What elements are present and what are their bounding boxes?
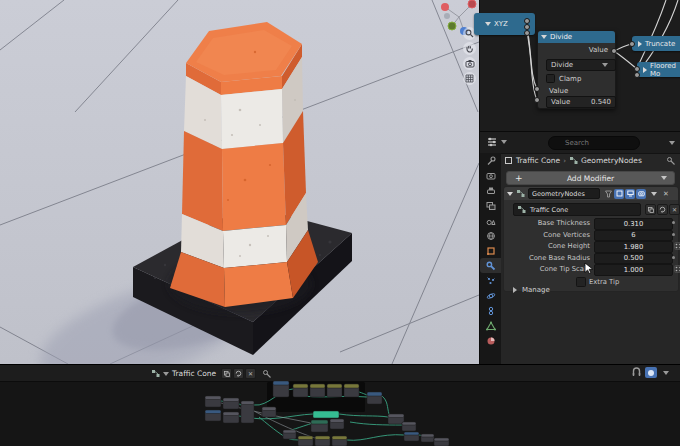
traffic-cone-render [0, 0, 479, 364]
tab-object-data[interactable] [480, 318, 501, 333]
clamp-checkbox[interactable] [546, 74, 555, 83]
move-view-button[interactable] [463, 42, 476, 55]
breadcrumb-modifier[interactable]: GeometryNodes [581, 156, 642, 165]
editor-type-selector[interactable] [486, 136, 510, 148]
modifier-header[interactable]: GeometryNodes ✕ [504, 187, 678, 200]
tab-view-layer[interactable] [480, 198, 501, 213]
graph-node [205, 396, 221, 407]
close-icon[interactable]: ✕ [663, 190, 669, 198]
graph-node [310, 384, 325, 397]
search-input[interactable] [548, 136, 640, 150]
snapping-icon[interactable] [631, 367, 642, 378]
divide-value-field[interactable]: Value 0.540 [546, 96, 616, 108]
graph-node [421, 434, 434, 442]
tab-scene[interactable] [480, 213, 501, 228]
tab-particles[interactable] [480, 273, 501, 288]
collapse-chevron-icon[interactable] [507, 192, 513, 196]
camera-view-button[interactable] [463, 57, 476, 70]
edit-mode-toggle[interactable] [614, 189, 624, 199]
graph-node [388, 414, 404, 424]
magnifier-icon [465, 29, 474, 38]
cone-tip-scale-field[interactable]: 1.000 [594, 264, 673, 276]
node-group-name: Traffic Cone [530, 206, 568, 214]
node-tree-icon [517, 205, 526, 214]
geometry-node-editor[interactable]: Traffic Cone ✕ [0, 364, 680, 446]
chevron-down-icon[interactable] [663, 371, 669, 375]
node-divide[interactable]: Divide Value Divide Clamp Value Value 0.… [537, 30, 616, 109]
tab-output[interactable] [480, 183, 501, 198]
hand-icon [465, 44, 474, 53]
animate-dot[interactable] [672, 233, 675, 236]
refresh-icon[interactable] [233, 368, 244, 379]
tab-material[interactable] [480, 333, 501, 348]
geometry-nodes-icon [516, 189, 525, 198]
node-graph[interactable] [0, 381, 680, 446]
unlink-icon[interactable]: ✕ [669, 204, 680, 215]
traffic-cone-object [170, 22, 318, 307]
input-attribute-toggle-icon[interactable] [674, 242, 680, 250]
tab-tool[interactable] [480, 153, 501, 168]
animate-dot[interactable] [672, 221, 675, 224]
add-modifier-button[interactable]: + Add Modifier [506, 171, 675, 185]
input-attribute-toggle-icon[interactable] [674, 265, 680, 273]
3d-viewport[interactable] [0, 0, 479, 364]
properties-editor-icon [486, 136, 498, 148]
divide-operation-dropdown[interactable]: Divide [546, 59, 616, 71]
node-group-selector[interactable]: Traffic Cone ✕ [513, 203, 680, 216]
graph-node [404, 432, 419, 441]
pin-icon[interactable] [666, 156, 676, 166]
refresh-icon[interactable] [657, 204, 668, 215]
breadcrumb-object[interactable]: Traffic Cone [516, 156, 560, 165]
tab-modifiers[interactable] [480, 258, 501, 273]
node-divide-title: Divide [550, 33, 572, 41]
viewport-display-toggle[interactable] [625, 189, 635, 199]
graph-node [344, 384, 359, 397]
geometry-nodes-icon [569, 156, 578, 165]
axis-x-ball [441, 3, 449, 11]
tab-object[interactable] [480, 243, 501, 258]
node-group-breadcrumb[interactable]: Traffic Cone ✕ [151, 368, 272, 379]
render-display-toggle[interactable] [636, 189, 646, 199]
object-icon [504, 156, 513, 165]
manage-subpanel-header[interactable]: Manage [510, 286, 550, 294]
breadcrumb: Traffic Cone › GeometryNodes [504, 156, 642, 165]
axis-x-neg-ball [468, 0, 476, 8]
input-row-base-thickness: Base Thickness 0.310 [504, 218, 678, 228]
perspective-toggle-button[interactable] [463, 72, 476, 85]
node-editor-detail[interactable]: XYZ Divide Value Divide Clamp Value Valu… [479, 0, 680, 131]
node-truncate[interactable]: Truncate [632, 36, 680, 51]
camera-icon [465, 59, 475, 68]
overlays-toggle[interactable] [645, 367, 657, 378]
node-floored-modulo[interactable]: Floored Mo [637, 62, 680, 77]
cone-base-radius-field[interactable]: 0.500 [594, 253, 673, 265]
collapse-chevron-icon[interactable] [541, 35, 547, 39]
clamp-label: Clamp [559, 75, 581, 83]
graph-node [241, 401, 254, 423]
animate-dot[interactable] [672, 256, 675, 259]
duplicate-icon[interactable] [645, 204, 656, 215]
duplicate-icon[interactable] [221, 368, 232, 379]
on-cage-icon[interactable] [604, 189, 613, 198]
chevron-down-icon [501, 140, 507, 144]
extra-tip-checkbox[interactable] [576, 277, 586, 287]
graph-node [330, 419, 344, 429]
unlink-icon[interactable]: ✕ [245, 368, 256, 379]
filter-dropdown-icon[interactable] [669, 141, 675, 145]
modifier-extras-icon[interactable] [651, 192, 657, 196]
graph-node [315, 436, 330, 446]
modifier-name-field[interactable]: GeometryNodes [528, 188, 600, 199]
divide-input1-label: Value [549, 87, 568, 95]
tab-constraints[interactable] [480, 303, 501, 318]
base-thickness-field[interactable]: 0.310 [594, 218, 673, 230]
graph-node [402, 422, 416, 431]
cone-vertices-field[interactable]: 6 [594, 230, 673, 242]
graph-node [327, 384, 342, 397]
tab-render[interactable] [480, 168, 501, 183]
cone-height-field[interactable]: 1.980 [594, 241, 673, 253]
tab-physics[interactable] [480, 288, 501, 303]
blender-window: XYZ Divide Value Divide Clamp Value Valu… [0, 0, 680, 446]
graph-node [293, 384, 308, 397]
pin-icon[interactable] [262, 369, 272, 379]
tab-world[interactable] [480, 228, 501, 243]
properties-header [480, 132, 680, 154]
